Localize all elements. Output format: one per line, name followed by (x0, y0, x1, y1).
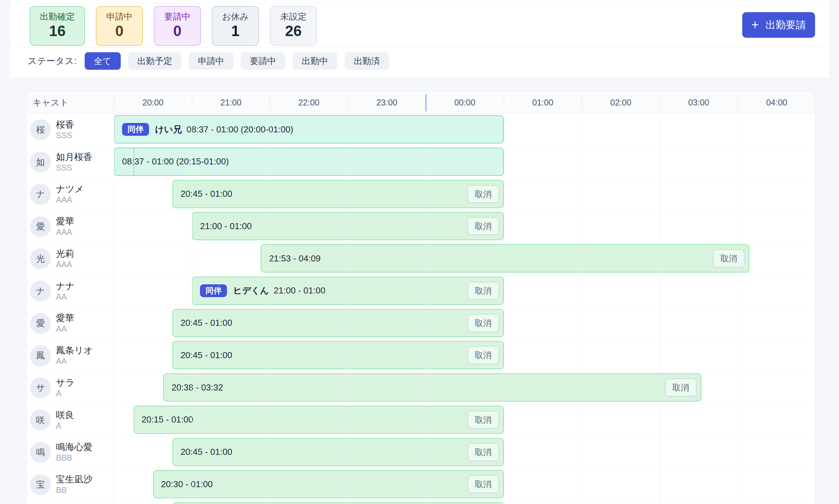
cast-cell: 宝宝生凪沙BB (27, 469, 114, 501)
table-row: 鳳鳳条リオAA20:45 - 01:00取消 (27, 340, 815, 372)
shift-time-label: 21:00 - 01:00 (274, 285, 325, 296)
table-row: 咲咲良A20:15 - 01:00取消 (27, 404, 815, 437)
avatar: 愛 (30, 216, 51, 237)
cancel-button[interactable]: 取消 (467, 217, 499, 235)
cast-info: 如月桜香SSS (56, 151, 92, 173)
summary-card-要請中: 要請中0 (154, 6, 201, 46)
shift-time-label: 20:15 - 01:00 (142, 414, 193, 425)
cast-rank: SSS (56, 130, 74, 141)
hour-divider (114, 96, 114, 109)
summary-card-value: 0 (106, 22, 133, 40)
cast-cell: 愛愛華AA (27, 308, 114, 340)
cast-name: 桜香 (56, 119, 74, 130)
status-chip-全て[interactable]: 全て (85, 52, 121, 70)
hour-divider (660, 96, 660, 109)
table-row: ササラA20:38 - 03:32取消 (27, 372, 815, 404)
shift-time-label: 20:45 - 01:00 (181, 447, 232, 457)
cast-cell: 咲咲良A (27, 404, 114, 436)
cast-name: 愛華 (56, 216, 74, 227)
table-row: 愛愛華AAA21:00 - 01:00取消 (27, 211, 815, 243)
hour-tick-20:00: 20:00 (114, 91, 192, 114)
cast-info: 愛華AAA (56, 216, 74, 237)
shift-time-label: 08:37 - 01:00 (20:00-01:00) (187, 124, 293, 135)
summary-card-出勤確定: 出勤確定16 (30, 6, 85, 46)
attendance-request-button[interactable]: + 出勤要請 (742, 12, 815, 38)
cast-name: 宝生凪沙 (56, 474, 92, 485)
cancel-button[interactable]: 取消 (467, 411, 499, 429)
shift-bar[interactable]: 08:37 - 01:00 (20:15-01:00) (114, 147, 504, 176)
shift-bar[interactable]: 20:45 - 01:00取消 (172, 180, 504, 208)
cast-info: 鳳条リオAA (56, 345, 93, 366)
cast-rank: AAA (56, 227, 74, 237)
cast-info: 鳴海心愛BBB (56, 442, 92, 463)
avatar: 桜 (30, 119, 51, 140)
summary-card-申請中: 申請中0 (96, 6, 143, 46)
avatar: ナ (30, 184, 51, 205)
shift-bar[interactable]: 20:15 - 01:00取消 (134, 406, 504, 434)
cast-column-divider (114, 114, 114, 504)
shift-time-label: 20:45 - 01:00 (181, 189, 232, 199)
cancel-button[interactable]: 取消 (467, 314, 499, 332)
shift-bar[interactable]: 20:30 - 01:00取消 (153, 470, 504, 498)
cancel-button[interactable]: 取消 (467, 282, 499, 300)
shift-bar[interactable]: 21:53 - 04:09取消 (261, 244, 749, 273)
grid-vline (192, 114, 192, 504)
status-chip-出勤済[interactable]: 出勤済 (345, 52, 389, 70)
cast-name: ナナ (56, 281, 74, 292)
cancel-button[interactable]: 取消 (467, 185, 499, 203)
grid-vline (426, 114, 426, 504)
cast-name: ナツメ (56, 184, 84, 195)
cancel-button[interactable]: 取消 (713, 249, 744, 268)
table-row: 鳴鳴海心愛BBB20:45 - 01:00取消 (27, 437, 815, 469)
hour-tick-21:00: 21:00 (192, 91, 270, 114)
table-row: 桜桜香SSS同伴けい兄08:37 - 01:00 (20:00-01:00) (27, 114, 815, 146)
avatar: 愛 (30, 313, 51, 334)
guest-name: けい兄 (155, 124, 182, 136)
companion-badge: 同伴 (200, 284, 227, 297)
cast-name: 愛華 (56, 313, 74, 324)
cast-rank: AA (56, 292, 74, 302)
top-panel: 出勤確定16申請中0要請中0お休み1未設定26 ステータス: 全て出勤予定申請中… (10, 0, 829, 78)
status-chip-要請中[interactable]: 要請中 (241, 52, 285, 70)
shift-bar[interactable]: 20:45 - 01:00取消 (172, 309, 504, 337)
avatar: 咲 (30, 410, 51, 431)
shift-bar[interactable]: 20:38 - 03:32取消 (163, 373, 701, 401)
avatar: ナ (30, 281, 51, 302)
cast-rank: SSS (56, 163, 92, 173)
cancel-button[interactable]: 取消 (665, 378, 697, 397)
cast-name: 如月桜香 (56, 151, 92, 163)
status-chip-出勤予定[interactable]: 出勤予定 (128, 52, 182, 70)
shift-time-label: 08:37 - 01:00 (20:15-01:00) (122, 156, 229, 167)
hour-tick-00:00: 00:00 (426, 91, 504, 114)
shift-bar[interactable]: 20:45 - 01:00取消 (172, 438, 504, 466)
hour-divider (582, 96, 582, 109)
hour-tick-22:00: 22:00 (270, 91, 348, 114)
summary-card-value: 1 (222, 22, 249, 40)
grid-vline (582, 114, 582, 504)
shift-time-label: 20:45 - 01:00 (181, 318, 232, 328)
cancel-button[interactable]: 取消 (467, 475, 499, 493)
avatar: 鳴 (30, 442, 51, 463)
cast-cell: 鳴鳴海心愛BBB (27, 437, 114, 469)
cancel-button[interactable]: 取消 (467, 346, 499, 364)
cast-rank: BB (56, 485, 92, 495)
shift-bar[interactable] (172, 502, 504, 504)
shift-bar[interactable]: 同伴けい兄08:37 - 01:00 (20:00-01:00) (114, 115, 504, 144)
hour-divider (270, 96, 270, 109)
table-row: 愛愛華AA20:45 - 01:00取消 (27, 308, 815, 340)
table-row: 宝宝生凪沙BB20:30 - 01:00取消 (27, 469, 815, 501)
status-chip-申請中[interactable]: 申請中 (189, 52, 233, 70)
hour-tick-01:00: 01:00 (504, 91, 582, 114)
top-divider (10, 4, 829, 4)
cast-info: ナナAA (56, 281, 74, 302)
shift-bar[interactable]: 20:45 - 01:00取消 (172, 341, 504, 369)
status-chip-出勤中[interactable]: 出勤中 (293, 52, 337, 70)
shift-time-label: 21:00 - 01:00 (200, 221, 252, 231)
summary-card-label: 申請中 (106, 12, 133, 21)
cast-name: 咲良 (56, 410, 74, 421)
hour-tick-02:00: 02:00 (582, 91, 660, 114)
cast-rank: A (56, 389, 74, 399)
cast-info: 光莉AAA (56, 248, 74, 270)
hour-divider (348, 96, 348, 109)
cancel-button[interactable]: 取消 (467, 443, 499, 461)
